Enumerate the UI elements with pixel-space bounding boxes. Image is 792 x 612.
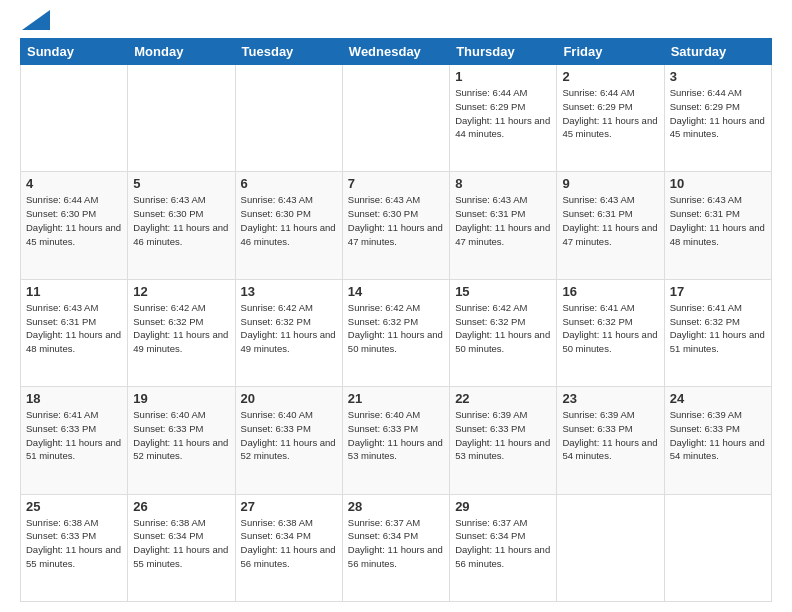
calendar-cell: 20Sunrise: 6:40 AM Sunset: 6:33 PM Dayli…: [235, 387, 342, 494]
calendar-cell: 26Sunrise: 6:38 AM Sunset: 6:34 PM Dayli…: [128, 494, 235, 601]
day-number: 27: [241, 499, 337, 514]
day-info: Sunrise: 6:38 AM Sunset: 6:33 PM Dayligh…: [26, 516, 122, 571]
day-info: Sunrise: 6:42 AM Sunset: 6:32 PM Dayligh…: [348, 301, 444, 356]
calendar-cell: [21, 65, 128, 172]
calendar-cell: 11Sunrise: 6:43 AM Sunset: 6:31 PM Dayli…: [21, 279, 128, 386]
calendar-week-row: 1Sunrise: 6:44 AM Sunset: 6:29 PM Daylig…: [21, 65, 772, 172]
day-info: Sunrise: 6:40 AM Sunset: 6:33 PM Dayligh…: [241, 408, 337, 463]
day-info: Sunrise: 6:41 AM Sunset: 6:32 PM Dayligh…: [562, 301, 658, 356]
day-info: Sunrise: 6:37 AM Sunset: 6:34 PM Dayligh…: [348, 516, 444, 571]
day-number: 1: [455, 69, 551, 84]
day-number: 12: [133, 284, 229, 299]
day-number: 23: [562, 391, 658, 406]
day-info: Sunrise: 6:39 AM Sunset: 6:33 PM Dayligh…: [670, 408, 766, 463]
logo-icon: [22, 10, 50, 30]
day-number: 26: [133, 499, 229, 514]
day-number: 20: [241, 391, 337, 406]
calendar-cell: 15Sunrise: 6:42 AM Sunset: 6:32 PM Dayli…: [450, 279, 557, 386]
page: SundayMondayTuesdayWednesdayThursdayFrid…: [0, 0, 792, 612]
day-number: 18: [26, 391, 122, 406]
calendar-cell: 4Sunrise: 6:44 AM Sunset: 6:30 PM Daylig…: [21, 172, 128, 279]
day-number: 6: [241, 176, 337, 191]
day-number: 25: [26, 499, 122, 514]
day-number: 14: [348, 284, 444, 299]
calendar-table: SundayMondayTuesdayWednesdayThursdayFrid…: [20, 38, 772, 602]
calendar-cell: 23Sunrise: 6:39 AM Sunset: 6:33 PM Dayli…: [557, 387, 664, 494]
calendar-cell: 29Sunrise: 6:37 AM Sunset: 6:34 PM Dayli…: [450, 494, 557, 601]
day-info: Sunrise: 6:42 AM Sunset: 6:32 PM Dayligh…: [455, 301, 551, 356]
svg-marker-0: [22, 10, 50, 30]
day-number: 15: [455, 284, 551, 299]
calendar-cell: 10Sunrise: 6:43 AM Sunset: 6:31 PM Dayli…: [664, 172, 771, 279]
day-number: 5: [133, 176, 229, 191]
day-number: 19: [133, 391, 229, 406]
day-info: Sunrise: 6:43 AM Sunset: 6:31 PM Dayligh…: [670, 193, 766, 248]
calendar-cell: 14Sunrise: 6:42 AM Sunset: 6:32 PM Dayli…: [342, 279, 449, 386]
day-info: Sunrise: 6:39 AM Sunset: 6:33 PM Dayligh…: [455, 408, 551, 463]
day-number: 4: [26, 176, 122, 191]
calendar-cell: 13Sunrise: 6:42 AM Sunset: 6:32 PM Dayli…: [235, 279, 342, 386]
calendar-cell: 12Sunrise: 6:42 AM Sunset: 6:32 PM Dayli…: [128, 279, 235, 386]
calendar-cell: [342, 65, 449, 172]
day-info: Sunrise: 6:44 AM Sunset: 6:29 PM Dayligh…: [562, 86, 658, 141]
calendar-cell: 3Sunrise: 6:44 AM Sunset: 6:29 PM Daylig…: [664, 65, 771, 172]
calendar-week-row: 25Sunrise: 6:38 AM Sunset: 6:33 PM Dayli…: [21, 494, 772, 601]
day-number: 16: [562, 284, 658, 299]
day-info: Sunrise: 6:44 AM Sunset: 6:29 PM Dayligh…: [670, 86, 766, 141]
day-info: Sunrise: 6:40 AM Sunset: 6:33 PM Dayligh…: [348, 408, 444, 463]
calendar-cell: 9Sunrise: 6:43 AM Sunset: 6:31 PM Daylig…: [557, 172, 664, 279]
calendar-cell: 16Sunrise: 6:41 AM Sunset: 6:32 PM Dayli…: [557, 279, 664, 386]
day-info: Sunrise: 6:43 AM Sunset: 6:30 PM Dayligh…: [133, 193, 229, 248]
calendar-week-row: 11Sunrise: 6:43 AM Sunset: 6:31 PM Dayli…: [21, 279, 772, 386]
header: [20, 16, 772, 30]
day-number: 9: [562, 176, 658, 191]
calendar-cell: 25Sunrise: 6:38 AM Sunset: 6:33 PM Dayli…: [21, 494, 128, 601]
day-number: 8: [455, 176, 551, 191]
day-info: Sunrise: 6:43 AM Sunset: 6:30 PM Dayligh…: [241, 193, 337, 248]
day-info: Sunrise: 6:44 AM Sunset: 6:29 PM Dayligh…: [455, 86, 551, 141]
calendar-cell: 27Sunrise: 6:38 AM Sunset: 6:34 PM Dayli…: [235, 494, 342, 601]
calendar-header-sunday: Sunday: [21, 39, 128, 65]
calendar-cell: 18Sunrise: 6:41 AM Sunset: 6:33 PM Dayli…: [21, 387, 128, 494]
day-number: 2: [562, 69, 658, 84]
calendar-cell: 1Sunrise: 6:44 AM Sunset: 6:29 PM Daylig…: [450, 65, 557, 172]
day-info: Sunrise: 6:39 AM Sunset: 6:33 PM Dayligh…: [562, 408, 658, 463]
day-number: 13: [241, 284, 337, 299]
calendar-cell: 21Sunrise: 6:40 AM Sunset: 6:33 PM Dayli…: [342, 387, 449, 494]
day-info: Sunrise: 6:41 AM Sunset: 6:32 PM Dayligh…: [670, 301, 766, 356]
calendar-header-monday: Monday: [128, 39, 235, 65]
calendar-week-row: 18Sunrise: 6:41 AM Sunset: 6:33 PM Dayli…: [21, 387, 772, 494]
day-info: Sunrise: 6:38 AM Sunset: 6:34 PM Dayligh…: [133, 516, 229, 571]
day-info: Sunrise: 6:43 AM Sunset: 6:30 PM Dayligh…: [348, 193, 444, 248]
day-info: Sunrise: 6:43 AM Sunset: 6:31 PM Dayligh…: [455, 193, 551, 248]
day-info: Sunrise: 6:40 AM Sunset: 6:33 PM Dayligh…: [133, 408, 229, 463]
day-number: 28: [348, 499, 444, 514]
calendar-cell: [664, 494, 771, 601]
calendar-cell: 22Sunrise: 6:39 AM Sunset: 6:33 PM Dayli…: [450, 387, 557, 494]
calendar-cell: 19Sunrise: 6:40 AM Sunset: 6:33 PM Dayli…: [128, 387, 235, 494]
day-number: 10: [670, 176, 766, 191]
calendar-header-thursday: Thursday: [450, 39, 557, 65]
day-info: Sunrise: 6:44 AM Sunset: 6:30 PM Dayligh…: [26, 193, 122, 248]
calendar-header-tuesday: Tuesday: [235, 39, 342, 65]
calendar-cell: 2Sunrise: 6:44 AM Sunset: 6:29 PM Daylig…: [557, 65, 664, 172]
calendar-header-wednesday: Wednesday: [342, 39, 449, 65]
calendar-cell: 8Sunrise: 6:43 AM Sunset: 6:31 PM Daylig…: [450, 172, 557, 279]
calendar-cell: 7Sunrise: 6:43 AM Sunset: 6:30 PM Daylig…: [342, 172, 449, 279]
calendar-week-row: 4Sunrise: 6:44 AM Sunset: 6:30 PM Daylig…: [21, 172, 772, 279]
day-number: 22: [455, 391, 551, 406]
calendar-cell: 24Sunrise: 6:39 AM Sunset: 6:33 PM Dayli…: [664, 387, 771, 494]
calendar-header-saturday: Saturday: [664, 39, 771, 65]
calendar-cell: [557, 494, 664, 601]
day-info: Sunrise: 6:43 AM Sunset: 6:31 PM Dayligh…: [562, 193, 658, 248]
day-info: Sunrise: 6:42 AM Sunset: 6:32 PM Dayligh…: [133, 301, 229, 356]
day-number: 17: [670, 284, 766, 299]
calendar-cell: 5Sunrise: 6:43 AM Sunset: 6:30 PM Daylig…: [128, 172, 235, 279]
calendar-cell: 6Sunrise: 6:43 AM Sunset: 6:30 PM Daylig…: [235, 172, 342, 279]
day-number: 3: [670, 69, 766, 84]
day-number: 11: [26, 284, 122, 299]
day-info: Sunrise: 6:42 AM Sunset: 6:32 PM Dayligh…: [241, 301, 337, 356]
day-info: Sunrise: 6:38 AM Sunset: 6:34 PM Dayligh…: [241, 516, 337, 571]
calendar-header-friday: Friday: [557, 39, 664, 65]
calendar-header-row: SundayMondayTuesdayWednesdayThursdayFrid…: [21, 39, 772, 65]
